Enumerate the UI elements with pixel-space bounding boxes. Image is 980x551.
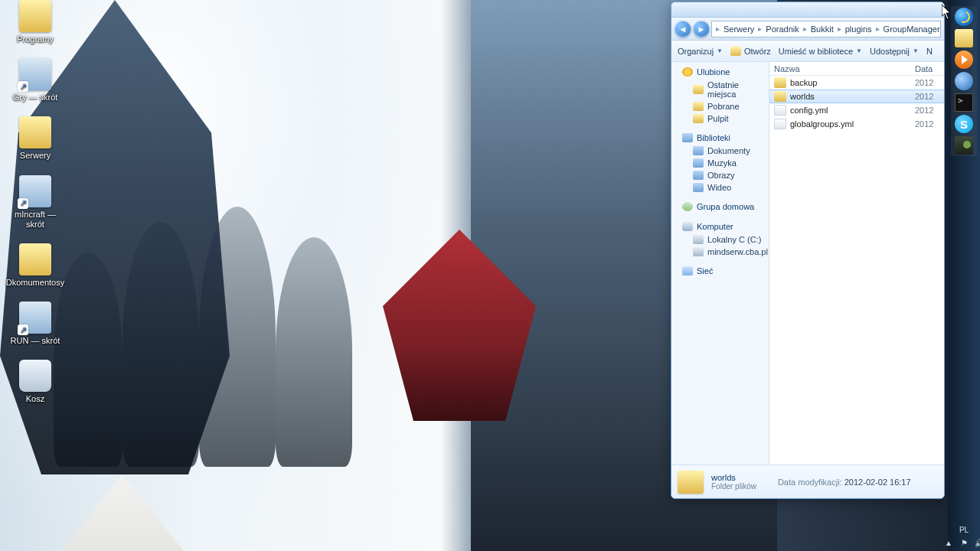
- nav-group-label: Ulubione: [697, 67, 730, 77]
- nav-item-label: Muzyka: [707, 158, 737, 168]
- toolbar: Organizuj ▼ Otwórz Umieść w bibliotece ▼…: [671, 41, 944, 62]
- nav-group-label: Grupa domowa: [697, 202, 754, 211]
- folder-icon: [693, 235, 704, 244]
- file-row[interactable]: worlds2012: [769, 90, 944, 103]
- breadcrumb-segment[interactable]: GroupManager: [880, 24, 941, 34]
- explorer-icon: [955, 29, 973, 47]
- nav-group-header[interactable]: Grupa domowa: [671, 200, 769, 214]
- desktop-icon[interactable]: Kosz: [5, 360, 66, 404]
- nav-item[interactable]: Pulpit: [671, 112, 769, 125]
- nav-item[interactable]: Ostatnie miejsca: [671, 79, 769, 100]
- folder-icon: [693, 114, 704, 123]
- navigation-pane: UlubioneOstatnie miejscaPobranePulpitBib…: [671, 62, 769, 465]
- nav-item-label: Dokumenty: [707, 146, 750, 155]
- share-button[interactable]: Udostępnij ▼: [870, 47, 919, 56]
- nav-group-header[interactable]: Sieć: [671, 264, 769, 278]
- desktop-icon-label: Serwery: [5, 151, 66, 161]
- desktop-icon[interactable]: Serwery: [5, 116, 66, 161]
- breadcrumb-segment[interactable]: Poradnik: [763, 24, 802, 34]
- internet-explorer-icon: [955, 8, 973, 26]
- desktop-icons: Programy↗Gry — skrótSerwery↗mIncraft — s…: [5, 0, 96, 419]
- breadcrumb-segment[interactable]: Serwery: [720, 24, 757, 34]
- folder-icon: [774, 91, 786, 102]
- tray-icon[interactable]: 🔊: [974, 537, 980, 548]
- column-date[interactable]: Data: [915, 64, 944, 73]
- terminal-icon[interactable]: [951, 92, 977, 113]
- nav-item[interactable]: Muzyka: [671, 157, 769, 169]
- file-row[interactable]: config.yml2012: [769, 103, 944, 117]
- details-name: worlds: [711, 473, 756, 482]
- internet-explorer-icon[interactable]: [951, 6, 977, 28]
- details-date: 2012-02-02 16:17: [844, 478, 911, 487]
- nav-group-header[interactable]: Biblioteki: [671, 131, 769, 145]
- shortcut-arrow-icon: ↗: [18, 324, 28, 335]
- include-library-button[interactable]: Umieść w bibliotece ▼: [779, 47, 862, 56]
- application-icon: ↗: [19, 175, 51, 207]
- nav-item-label: Pulpit: [707, 114, 729, 123]
- browser-icon[interactable]: [951, 70, 977, 92]
- folder-icon: [19, 0, 51, 32]
- back-button[interactable]: ◄: [675, 21, 691, 37]
- organize-button[interactable]: Organizuj ▼: [678, 47, 723, 56]
- chevron-right-icon: ▸: [716, 24, 720, 33]
- open-button[interactable]: Otwórz: [730, 47, 771, 56]
- nav-item[interactable]: Wideo: [671, 181, 769, 194]
- breadcrumb-segment[interactable]: Bukkit: [808, 24, 837, 34]
- explorer-window: ◄ ► ▸Serwery▸Poradnik▸Bukkit▸plugins▸Gro…: [671, 2, 945, 499]
- application-icon: ↗: [19, 302, 51, 334]
- browser-icon: [955, 72, 973, 90]
- taskbar: S PL ▲⚑🔊: [948, 0, 980, 551]
- folder-icon: [693, 247, 704, 256]
- nav-item[interactable]: Pobrane: [671, 100, 769, 112]
- desktop-icon-label: Kosz: [5, 394, 66, 404]
- desktop-icon[interactable]: Dkomumentosy: [5, 243, 66, 288]
- nav-item-label: Ostatnie miejsca: [707, 80, 766, 99]
- file-date: 2012: [915, 92, 944, 101]
- open-folder-icon: [730, 47, 741, 56]
- file-name: config.yml: [790, 106, 915, 115]
- new-button[interactable]: N: [926, 47, 933, 56]
- folder-icon: [774, 77, 786, 88]
- chevron-down-icon: ▼: [856, 47, 862, 54]
- nav-item[interactable]: Obrazy: [671, 169, 769, 181]
- library-label: Umieść w bibliotece: [779, 47, 853, 56]
- file-name: worlds: [790, 92, 915, 101]
- column-name[interactable]: Nazwa: [774, 64, 915, 73]
- hg-icon: [682, 202, 693, 211]
- media-player-icon[interactable]: [951, 49, 977, 70]
- application-icon: ↗: [19, 58, 51, 90]
- file-name: backup: [790, 78, 915, 87]
- desktop-icon[interactable]: ↗RUN — skrót: [5, 302, 66, 346]
- recycle-bin-icon: [19, 360, 51, 392]
- desktop-icon[interactable]: Programy: [5, 0, 66, 44]
- nav-item[interactable]: Dokumenty: [671, 145, 769, 157]
- desktop-icon[interactable]: ↗mIncraft — skrót: [5, 175, 66, 230]
- nav-group-label: Komputer: [697, 222, 733, 231]
- tray-icon[interactable]: ⚑: [959, 537, 969, 548]
- nav-group-header[interactable]: Komputer: [671, 220, 769, 233]
- file-row[interactable]: backup2012: [769, 76, 944, 90]
- language-indicator[interactable]: PL: [959, 526, 969, 534]
- skype-icon[interactable]: S: [951, 113, 977, 135]
- tray-icon[interactable]: ▲: [943, 537, 954, 548]
- nav-item[interactable]: mindserw.cba.pl: [671, 246, 769, 258]
- file-row[interactable]: globalgroups.yml2012: [769, 117, 944, 131]
- forward-button[interactable]: ►: [693, 21, 710, 37]
- nav-group-header[interactable]: Ulubione: [671, 65, 769, 79]
- details-date-label: Data modyfikacji:: [778, 478, 842, 487]
- explorer-icon[interactable]: [951, 28, 977, 49]
- breadcrumb[interactable]: ▸Serwery▸Poradnik▸Bukkit▸plugins▸GroupMa…: [711, 21, 941, 37]
- window-titlebar[interactable]: [671, 2, 944, 18]
- nav-item[interactable]: Lokalny C (C:): [671, 233, 769, 246]
- desktop-icon[interactable]: ↗Gry — skrót: [5, 58, 66, 103]
- breadcrumb-segment[interactable]: plugins: [842, 24, 875, 34]
- camera-app-icon[interactable]: [951, 135, 977, 156]
- folder-icon: [678, 471, 704, 494]
- desktop-icon-label: Gry — skrót: [5, 93, 66, 103]
- column-headers[interactable]: Nazwa Data: [769, 62, 944, 76]
- file-date: 2012: [915, 106, 944, 115]
- shortcut-arrow-icon: ↗: [18, 198, 28, 209]
- chevron-right-icon: ▸: [803, 24, 807, 33]
- file-list: Nazwa Data backup2012worlds2012config.ym…: [769, 62, 944, 465]
- folder-icon: [693, 183, 704, 192]
